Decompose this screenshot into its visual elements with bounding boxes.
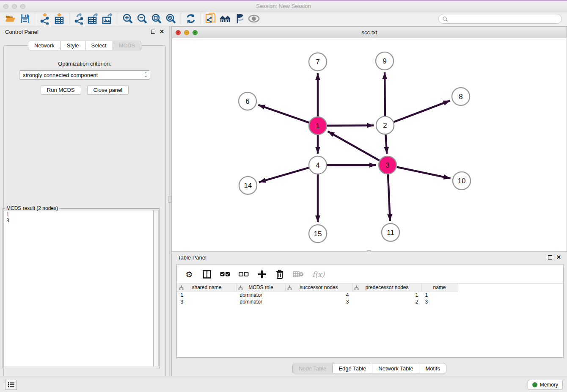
show-hide-eye-icon[interactable]: [247, 12, 261, 25]
toolbar-separator: [69, 13, 69, 24]
tab-edge-table[interactable]: Edge Table: [333, 364, 372, 373]
column-header-MCDS-role[interactable]: MCDS role: [237, 284, 286, 292]
window-controls: [3, 4, 25, 9]
zoom-in-icon[interactable]: [121, 12, 135, 25]
table-cell[interactable]: 1: [352, 292, 422, 298]
node-2[interactable]: 2: [376, 116, 394, 134]
task-list-icon[interactable]: [5, 380, 17, 390]
tab-mcds[interactable]: MCDS: [113, 41, 141, 50]
table-cell[interactable]: 1: [422, 292, 457, 298]
node-14[interactable]: 14: [239, 177, 257, 194]
tab-node-table[interactable]: Node Table: [292, 364, 333, 373]
gear-icon[interactable]: ⚙: [184, 269, 194, 279]
open-session-icon[interactable]: [3, 12, 18, 25]
save-session-icon[interactable]: [18, 12, 32, 25]
result-scrollbar[interactable]: [154, 210, 159, 367]
delete-column-icon[interactable]: [275, 269, 284, 279]
table-cell[interactable]: 3: [286, 298, 352, 305]
node-11[interactable]: 11: [382, 224, 399, 241]
table-cell[interactable]: dominator: [237, 292, 286, 298]
node-15[interactable]: 15: [309, 225, 327, 243]
edge-1-2[interactable]: [327, 125, 374, 126]
tab-select[interactable]: Select: [85, 41, 113, 50]
svg-text:3: 3: [385, 161, 389, 169]
mcds-result-text[interactable]: 1 3: [4, 210, 154, 367]
zoom-out-icon[interactable]: [135, 12, 149, 25]
table-cell[interactable]: 4: [286, 292, 352, 298]
minimize-window-button[interactable]: [12, 4, 17, 9]
search-input[interactable]: [438, 14, 562, 24]
split-columns-icon[interactable]: [202, 269, 212, 279]
select-all-checkboxes-icon[interactable]: [220, 269, 230, 279]
export-network-icon[interactable]: [72, 12, 86, 25]
tab-style[interactable]: Style: [61, 41, 85, 50]
splitter-handle[interactable]: [168, 196, 172, 203]
edge-3-1[interactable]: [328, 131, 380, 160]
table-cell[interactable]: 3: [422, 298, 457, 305]
network-minimize-button[interactable]: −: [184, 30, 189, 35]
column-header-successor-nodes[interactable]: successor nodes: [286, 284, 352, 292]
close-table-panel-icon[interactable]: ✕: [556, 255, 561, 259]
table-row[interactable]: 1dominator411: [177, 292, 457, 298]
node-4[interactable]: 4: [309, 156, 327, 174]
refresh-layout-icon[interactable]: [184, 12, 198, 25]
unselect-all-checkboxes-icon[interactable]: [239, 269, 249, 279]
window-title: Session: New Session: [0, 1, 567, 11]
node-3[interactable]: 3: [379, 156, 396, 174]
network-canvas[interactable]: 7968124314101511: [172, 38, 567, 251]
tab-network-table[interactable]: Network Table: [372, 364, 419, 373]
graphics-details-icon[interactable]: [232, 12, 247, 25]
column-header-name[interactable]: name: [422, 284, 457, 292]
table-cell[interactable]: 3: [177, 298, 237, 305]
close-panel-icon[interactable]: ✕: [160, 30, 164, 34]
tab-motifs[interactable]: Motifs: [419, 364, 446, 373]
run-mcds-button[interactable]: Run MCDS: [41, 85, 81, 95]
add-column-icon[interactable]: [257, 269, 267, 279]
node-1[interactable]: 1: [309, 117, 327, 135]
table-cell[interactable]: 2: [352, 298, 422, 305]
node-6[interactable]: 6: [239, 92, 256, 110]
node-9[interactable]: 9: [376, 52, 394, 70]
node-10[interactable]: 10: [453, 172, 471, 190]
edge-2-3[interactable]: [385, 135, 387, 154]
column-header-shared-name[interactable]: shared name: [177, 284, 237, 292]
tab-network[interactable]: Network: [28, 41, 61, 50]
import-network-icon[interactable]: [38, 12, 52, 25]
import-table-icon[interactable]: [52, 12, 66, 25]
optimization-criterion-label: Optimization criterion:: [3, 61, 166, 67]
float-panel-icon[interactable]: [151, 30, 155, 34]
zoom-window-button[interactable]: [20, 4, 25, 9]
edge-2-8[interactable]: [394, 101, 450, 122]
table-row[interactable]: 3dominator323: [177, 298, 457, 305]
column-header-predecessor-nodes[interactable]: predecessor nodes: [352, 284, 422, 292]
zoom-fit-icon[interactable]: [149, 12, 164, 25]
cyndex-home-icon[interactable]: [218, 12, 232, 25]
network-view-window: ✕ − + scc.txt 7968124314101511: [172, 26, 567, 252]
edge-1-6[interactable]: [258, 105, 309, 123]
table-cell[interactable]: dominator: [237, 298, 286, 305]
node-7[interactable]: 7: [309, 53, 327, 71]
edge-3-11[interactable]: [388, 174, 390, 221]
svg-text:8: 8: [459, 93, 462, 101]
svg-text:11: 11: [387, 229, 394, 237]
close-panel-button[interactable]: Close panel: [87, 85, 129, 95]
edge-3-10[interactable]: [397, 167, 451, 179]
close-window-button[interactable]: [3, 4, 8, 9]
mcds-result-title: MCDS result (2 nodes): [5, 205, 59, 211]
network-maximize-button[interactable]: +: [193, 30, 198, 35]
export-image-icon[interactable]: [101, 12, 115, 25]
memory-button[interactable]: Memory: [528, 380, 563, 390]
network-from-file-icon[interactable]: [204, 12, 218, 25]
delete-table-icon: [293, 269, 304, 279]
network-window-titlebar[interactable]: ✕ − + scc.txt: [172, 27, 567, 38]
criterion-select[interactable]: strongly connected component ⌃⌄: [19, 70, 150, 80]
export-table-icon[interactable]: [86, 12, 101, 25]
edge-4-14[interactable]: [259, 168, 309, 182]
zoom-selected-icon[interactable]: [164, 12, 178, 25]
float-table-panel-icon[interactable]: [548, 255, 552, 259]
network-close-button[interactable]: ✕: [176, 30, 181, 35]
table-cell[interactable]: 1: [177, 292, 237, 298]
toolbar-separator: [201, 13, 201, 24]
edge-2-9[interactable]: [385, 72, 385, 116]
node-8[interactable]: 8: [452, 88, 470, 105]
